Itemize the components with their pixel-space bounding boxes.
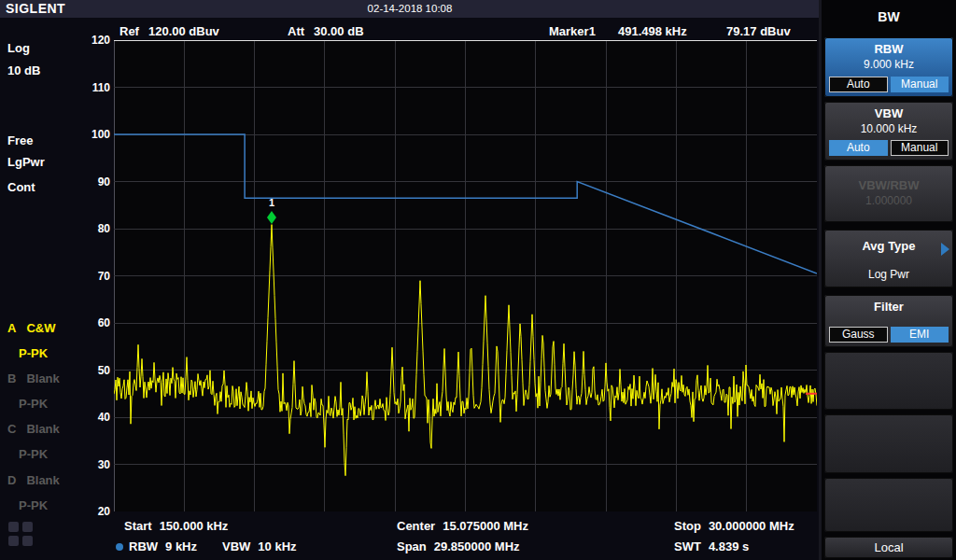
vbw-button-label: VBW	[824, 106, 953, 120]
filter-emi-toggle[interactable]: EMI	[891, 327, 949, 343]
trigger-mode-label: Free	[7, 133, 33, 147]
filter-gauss-toggle[interactable]: Gauss	[829, 327, 888, 343]
filter-button[interactable]: Filter Gauss EMI	[824, 295, 953, 347]
spectrum-chart: 1	[114, 40, 817, 511]
marker-name-readout: Marker1	[549, 24, 596, 38]
rbw-button[interactable]: RBW 9.000 kHz Auto Manual	[824, 37, 953, 97]
att-value: 30.00 dB	[314, 24, 363, 38]
trace-b-status: BBlank	[7, 371, 60, 385]
trace-c-detector: P-PK	[19, 447, 48, 461]
scale-div-label: 10 dB	[7, 63, 40, 77]
vbw-rbw-label: VBW/RBW	[824, 178, 953, 192]
marker-amplitude-readout: 79.17 dBuv	[726, 24, 791, 38]
rbw-button-label: RBW	[824, 42, 953, 56]
vbw-button-value: 10.000 kHz	[824, 122, 953, 135]
stop-freq-readout: Stop30.000000 MHz	[674, 519, 794, 533]
att-label: Att	[288, 24, 304, 38]
vbw-button[interactable]: VBW 10.000 kHz Auto Manual	[824, 102, 953, 161]
vbw-rbw-value: 1.000000	[824, 194, 953, 207]
avg-type-button[interactable]: Avg Type Log Pwr	[824, 230, 953, 287]
avg-mode-label: LgPwr	[7, 155, 45, 169]
local-button[interactable]: Local	[824, 537, 953, 558]
trace-b-mode: Blank	[26, 371, 59, 385]
marker-number-label: 1	[269, 197, 274, 208]
trace-color-dot-icon	[116, 543, 123, 551]
softkey-blank-2	[824, 414, 953, 473]
avg-type-label: Avg Type	[824, 239, 953, 253]
y-axis-tick: 80	[65, 222, 110, 235]
start-freq-readout: Start150.000 kHz	[124, 519, 228, 533]
y-axis-tick: 40	[65, 411, 110, 424]
menu-title: BW	[822, 9, 956, 24]
y-axis-tick: 50	[65, 364, 110, 377]
softkey-menu-panel: BW RBW 9.000 kHz Auto Manual VBW 10.000 …	[822, 0, 956, 560]
trace-a-mode: C&W	[26, 321, 55, 335]
softkey-blank-3	[824, 478, 953, 532]
y-axis-tick: 60	[65, 316, 110, 329]
trace-b-detector: P-PK	[19, 397, 48, 411]
marker-diamond	[267, 211, 276, 224]
trace-b-id: B	[7, 371, 16, 385]
swt-readout: SWT4.839 s	[674, 539, 749, 553]
trace-c-status: CBlank	[7, 422, 60, 436]
y-axis-tick: 90	[65, 175, 110, 189]
span-readout: Span29.850000 MHz	[397, 539, 520, 553]
sweep-mode-label: Cont	[7, 180, 35, 194]
ref-level-readout: Ref120.00 dBuv	[120, 24, 219, 38]
center-freq-readout: Center15.075000 MHz	[397, 519, 528, 533]
rbw-readout: RBW9 kHz	[129, 539, 197, 553]
vbw-auto-toggle[interactable]: Auto	[829, 140, 888, 156]
vbw-readout: VBW10 kHz	[222, 539, 297, 553]
y-axis-tick: 20	[65, 505, 110, 518]
vbw-manual-toggle[interactable]: Manual	[891, 140, 949, 156]
y-axis-tick: 30	[65, 458, 110, 471]
datetime-readout: 02-14-2018 10:08	[0, 3, 820, 14]
trace-a-detector: P-PK	[19, 346, 48, 360]
submenu-arrow-icon	[941, 243, 949, 256]
y-axis-tick: 120	[65, 34, 110, 47]
scale-type-label: Log	[7, 41, 30, 55]
trace-a-status: AC&W	[7, 321, 55, 335]
filter-label: Filter	[824, 300, 953, 314]
trace-c-id: C	[7, 422, 16, 436]
y-axis-tick: 70	[65, 270, 110, 283]
rbw-auto-toggle[interactable]: Auto	[829, 77, 888, 92]
trace-d-id: D	[7, 473, 16, 487]
trace-c-mode: Blank	[26, 422, 59, 436]
spectrum-analyzer-screen: SIGLENT 02-14-2018 10:08 Ref120.00 dBuv …	[0, 0, 956, 560]
y-axis-tick: 110	[65, 81, 110, 94]
rbw-manual-toggle[interactable]: Manual	[891, 77, 949, 92]
attenuation-readout: Att30.00 dB	[288, 24, 364, 38]
avg-type-value: Log Pwr	[824, 268, 953, 281]
softkey-blank-1	[824, 352, 953, 410]
trace-d-mode: Blank	[26, 473, 59, 487]
app-grid-icon[interactable]	[8, 522, 33, 546]
ref-value: 120.00 dBuv	[148, 24, 219, 38]
rbw-button-value: 9.000 kHz	[824, 58, 953, 71]
top-status-bar: SIGLENT 02-14-2018 10:08	[0, 0, 820, 18]
marker-freq-readout: 491.498 kHz	[618, 24, 687, 38]
trace-a-id: A	[7, 321, 16, 335]
y-axis-tick: 100	[65, 128, 110, 141]
trace-d-status: DBlank	[7, 473, 60, 487]
trace-d-detector: P-PK	[19, 498, 48, 512]
ref-label: Ref	[120, 24, 139, 38]
vbw-rbw-ratio-button: VBW/RBW 1.000000	[824, 165, 953, 222]
